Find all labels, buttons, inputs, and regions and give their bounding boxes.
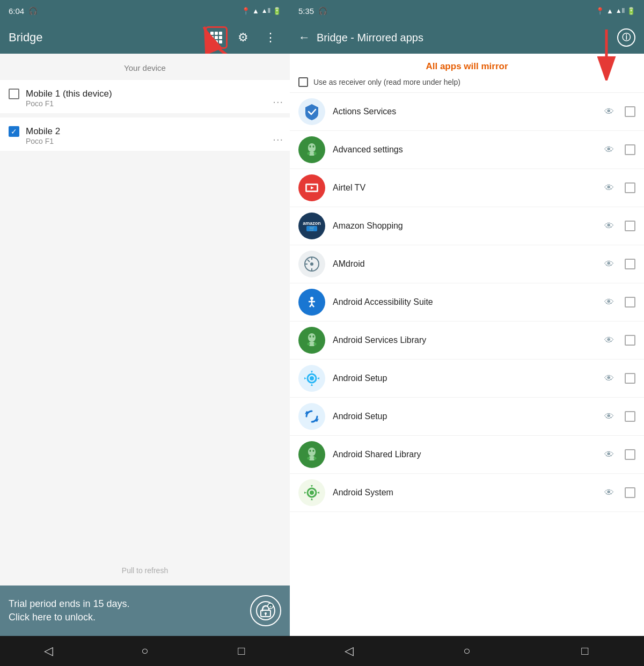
app-name-amazon: Amazon Shopping bbox=[333, 221, 594, 231]
eye-button-services-library[interactable]: 👁 bbox=[601, 332, 617, 348]
svg-point-38 bbox=[310, 376, 314, 380]
app-name-amdroid: AMdroid bbox=[333, 259, 594, 269]
left-panel: 6:04 🎧 📍 ▲ ▲ll 🔋 Bridge ⚙ ⋮ bbox=[0, 0, 290, 666]
list-item: Advanced settings 👁 bbox=[290, 131, 644, 169]
list-item: Android Setup 👁 bbox=[290, 360, 644, 398]
left-main-content: Your device Mobile 1 (this device) Poco … bbox=[0, 54, 290, 586]
right-app-title: Bridge - Mirrored apps bbox=[317, 32, 617, 44]
device-2-menu[interactable]: ··· bbox=[273, 133, 283, 145]
eye-button-actions-services[interactable]: 👁 bbox=[601, 104, 617, 120]
right-recents-nav-button[interactable]: □ bbox=[574, 640, 596, 662]
app-title-left: Bridge bbox=[9, 31, 43, 45]
eye-button-amdroid[interactable]: 👁 bbox=[601, 256, 617, 272]
device-2-name: Mobile 2 bbox=[26, 126, 60, 137]
device-2-model: Poco F1 bbox=[26, 137, 281, 145]
mirror-header: All apps will mirror Use as receiver onl… bbox=[290, 54, 644, 93]
right-status-bar: 5:35 🎧 📍 ▲ ▲ll 🔋 bbox=[290, 0, 644, 21]
gear-icon: ⚙ bbox=[238, 31, 248, 45]
receiver-only-checkbox[interactable] bbox=[298, 77, 308, 87]
eye-button-accessibility[interactable]: 👁 bbox=[601, 294, 617, 310]
device-1-menu[interactable]: ··· bbox=[273, 96, 283, 108]
eye-button-advanced-settings[interactable]: 👁 bbox=[601, 142, 617, 158]
settings-button[interactable]: ⚙ bbox=[232, 26, 254, 49]
eye-button-airtel-tv[interactable]: 👁 bbox=[601, 180, 617, 196]
trial-unlock-icon: + bbox=[250, 595, 281, 626]
status-icons-area: 📍 ▲ ▲ll 🔋 bbox=[241, 7, 281, 15]
svg-point-44 bbox=[314, 457, 317, 460]
list-item: AMdroid 👁 bbox=[290, 245, 644, 283]
device-1-name: Mobile 1 (this device) bbox=[26, 89, 112, 99]
right-headset-icon: 🎧 bbox=[318, 6, 327, 15]
app-checkbox-android-setup-1[interactable] bbox=[625, 373, 635, 384]
app-name-airtel-tv: Airtel TV bbox=[333, 183, 594, 193]
app-checkbox-accessibility[interactable] bbox=[625, 297, 635, 308]
svg-rect-9 bbox=[309, 152, 314, 156]
svg-point-11 bbox=[314, 152, 317, 155]
right-signal-icon: ▲ll bbox=[616, 7, 625, 14]
svg-point-13 bbox=[313, 145, 314, 148]
device-1-checkbox[interactable] bbox=[9, 89, 19, 99]
right-app-toolbar: ← Bridge - Mirrored apps ⓘ bbox=[290, 21, 644, 54]
app-icon-services-library bbox=[298, 327, 325, 354]
app-checkbox-android-system[interactable] bbox=[625, 487, 635, 498]
info-button[interactable]: ⓘ bbox=[617, 28, 635, 47]
back-nav-button[interactable]: ◁ bbox=[38, 640, 59, 662]
app-checkbox-shared-library[interactable] bbox=[625, 449, 635, 460]
toolbar-actions: ⚙ ⋮ bbox=[205, 26, 281, 49]
right-back-nav-button[interactable]: ◁ bbox=[338, 640, 360, 662]
app-checkbox-advanced-settings[interactable] bbox=[625, 144, 635, 155]
grid-icon bbox=[210, 32, 222, 43]
svg-point-33 bbox=[308, 343, 310, 346]
right-panel: 5:35 🎧 📍 ▲ ▲ll 🔋 ← Bridge - Mirrored app… bbox=[290, 0, 644, 666]
eye-button-android-system[interactable]: 👁 bbox=[601, 485, 617, 501]
grid-view-button[interactable] bbox=[205, 26, 228, 49]
location-icon: 📍 bbox=[241, 7, 250, 15]
eye-button-shared-library[interactable]: 👁 bbox=[601, 447, 617, 463]
svg-point-31 bbox=[308, 333, 316, 342]
eye-button-amazon[interactable]: 👁 bbox=[601, 218, 617, 234]
your-device-label: Your device bbox=[0, 54, 290, 78]
app-checkbox-amazon[interactable] bbox=[625, 221, 635, 231]
app-name-accessibility: Android Accessibility Suite bbox=[333, 297, 594, 307]
svg-point-26 bbox=[310, 297, 313, 300]
svg-point-21 bbox=[310, 262, 313, 266]
left-nav-bar: ◁ ○ □ bbox=[0, 636, 290, 666]
list-item: Android Accessibility Suite 👁 bbox=[290, 283, 644, 321]
app-checkbox-airtel-tv[interactable] bbox=[625, 182, 635, 193]
device-row-1: Mobile 1 (this device) bbox=[9, 89, 281, 99]
pull-to-refresh: Pull to refresh bbox=[0, 555, 290, 586]
right-location-icon: 📍 bbox=[596, 7, 604, 15]
eye-button-android-setup-2[interactable]: 👁 bbox=[601, 408, 617, 425]
list-item: amazon 🛒 Amazon Shopping 👁 bbox=[290, 207, 644, 245]
svg-point-10 bbox=[308, 152, 310, 155]
home-nav-button[interactable]: ○ bbox=[134, 640, 156, 662]
wifi-icon: ▲ bbox=[252, 7, 259, 15]
device-2-checkbox[interactable]: ✓ bbox=[9, 126, 19, 137]
app-checkbox-services-library[interactable] bbox=[625, 335, 635, 346]
device-card-1: Mobile 1 (this device) Poco F1 ··· bbox=[0, 80, 290, 113]
recents-nav-button[interactable]: □ bbox=[231, 640, 252, 662]
left-status-bar: 6:04 🎧 📍 ▲ ▲ll 🔋 bbox=[0, 0, 290, 21]
app-icon-android-setup-2 bbox=[298, 403, 325, 430]
trial-text-block: Trial period ends in 15 days. Click here… bbox=[9, 597, 129, 624]
app-checkbox-actions-services[interactable] bbox=[625, 106, 635, 117]
app-icon-android-setup-1 bbox=[298, 365, 325, 392]
app-icon-advanced-settings bbox=[298, 136, 325, 163]
device-1-model: Poco F1 bbox=[26, 99, 281, 108]
app-icon-actions-services bbox=[298, 98, 325, 125]
trial-line2: Click here to unlock. bbox=[9, 611, 129, 624]
more-options-button[interactable]: ⋮ bbox=[259, 26, 281, 49]
time-display: 6:04 bbox=[9, 6, 24, 16]
eye-button-android-setup-1[interactable]: 👁 bbox=[601, 370, 617, 386]
app-icon-android-system bbox=[298, 479, 325, 506]
right-wifi-icon: ▲ bbox=[606, 7, 613, 15]
back-button[interactable]: ← bbox=[298, 31, 310, 45]
device-row-2: ✓ Mobile 2 bbox=[9, 126, 281, 137]
app-checkbox-android-setup-2[interactable] bbox=[625, 411, 635, 422]
app-checkbox-amdroid[interactable] bbox=[625, 259, 635, 269]
right-home-nav-button[interactable]: ○ bbox=[456, 640, 478, 662]
svg-point-43 bbox=[308, 457, 310, 460]
list-item: Android Services Library 👁 bbox=[290, 321, 644, 360]
trial-banner[interactable]: Trial period ends in 15 days. Click here… bbox=[0, 586, 290, 636]
list-item: Android Shared Library 👁 bbox=[290, 436, 644, 474]
